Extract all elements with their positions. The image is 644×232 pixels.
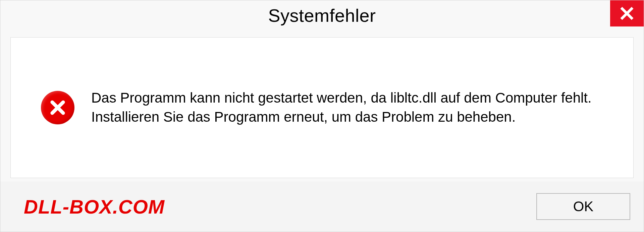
watermark-text: DLL-BOX.COM [24,195,165,218]
error-icon [41,91,74,124]
dialog-title: Systemfehler [268,5,376,26]
dialog-footer: DLL-BOX.COM OK [0,181,644,232]
error-dialog: Systemfehler Das Programm kann nicht ges… [0,0,644,232]
error-icon-wrap [41,91,74,124]
close-icon [620,6,634,20]
close-button[interactable] [610,0,644,26]
content-area: Das Programm kann nicht gestartet werden… [10,37,634,178]
titlebar: Systemfehler [0,0,644,31]
ok-button[interactable]: OK [536,193,630,220]
error-message: Das Programm kann nicht gestartet werden… [91,89,613,126]
